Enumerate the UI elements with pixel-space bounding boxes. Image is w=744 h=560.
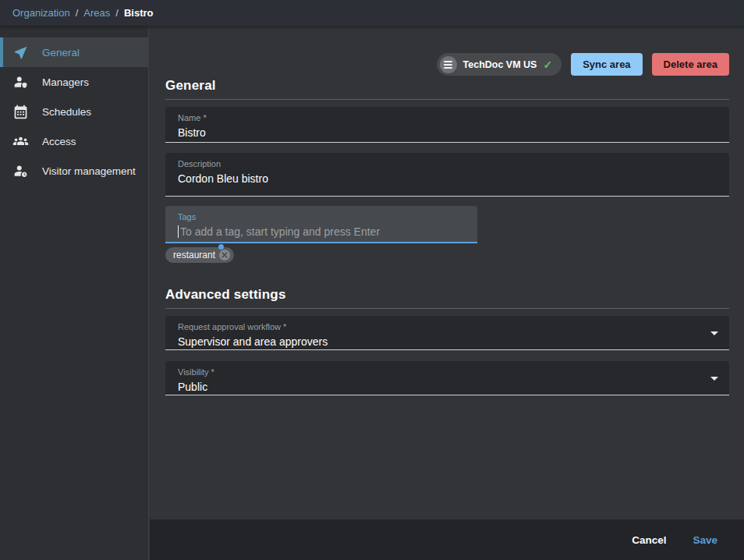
- name-field-value[interactable]: Bistro: [178, 125, 717, 140]
- vm-name: TechDoc VM US: [463, 59, 537, 70]
- section-title-general: General: [165, 78, 729, 94]
- text-cursor: [178, 225, 179, 238]
- sidebar-item-schedules[interactable]: Schedules: [0, 97, 148, 126]
- tags-chip-row: restaurant: [165, 247, 729, 264]
- focus-indicator-dot: [218, 244, 224, 250]
- sidebar-item-access[interactable]: Access: [0, 126, 148, 156]
- breadcrumb-organization[interactable]: Organization: [12, 7, 70, 19]
- delete-area-button[interactable]: Delete area: [652, 53, 729, 76]
- name-field[interactable]: Name * Bistro: [165, 107, 729, 143]
- person-shield-icon: [12, 74, 29, 90]
- cancel-button[interactable]: Cancel: [624, 530, 674, 551]
- sidebar-item-visitor-management[interactable]: Visitor management: [0, 156, 148, 186]
- sidebar-item-label: Visitor management: [42, 165, 136, 177]
- tags-field[interactable]: Tags To add a tag, start typing and pres…: [165, 206, 477, 243]
- person-clock-icon: [12, 163, 29, 179]
- sidebar-item-label: Access: [42, 136, 76, 147]
- remove-tag-icon[interactable]: [219, 250, 230, 261]
- visibility-select[interactable]: Visibility * Public: [165, 361, 729, 395]
- sidebar-nav: General Managers Schedules Access: [0, 26, 149, 560]
- vm-status-chip[interactable]: TechDoc VM US ✓: [437, 53, 562, 76]
- sidebar-item-label: General: [42, 47, 80, 58]
- sidebar-item-managers[interactable]: Managers: [0, 67, 148, 97]
- check-icon: ✓: [543, 58, 552, 71]
- server-list-icon: [440, 56, 457, 73]
- breadcrumb-areas[interactable]: Areas: [83, 7, 110, 19]
- tag-chip-label: restaurant: [173, 250, 215, 261]
- name-field-label: Name *: [178, 112, 717, 123]
- form-action-bar: Cancel Save: [150, 519, 744, 560]
- sync-area-button[interactable]: Sync area: [571, 53, 642, 76]
- visibility-select-label: Visibility *: [178, 367, 717, 377]
- visibility-select-value: Public: [178, 379, 717, 395]
- tags-field-label: Tags: [178, 211, 465, 222]
- description-field[interactable]: Description Cordon Bleu bistro: [165, 153, 729, 197]
- area-toolbar: TechDoc VM US ✓ Sync area Delete area: [150, 26, 744, 76]
- sidebar-item-general[interactable]: General: [0, 37, 148, 67]
- sidebar-item-label: Schedules: [42, 106, 91, 118]
- breadcrumb-separator: /: [76, 7, 79, 19]
- section-divider: [165, 99, 729, 100]
- tag-chip-restaurant[interactable]: restaurant: [165, 247, 234, 263]
- breadcrumb: Organization / Areas / Bistro: [0, 0, 744, 26]
- main-panel: TechDoc VM US ✓ Sync area Delete area Ge…: [150, 26, 744, 519]
- section-title-advanced: Advanced settings: [165, 287, 729, 303]
- area-form: General Name * Bistro Description Cordon…: [150, 78, 744, 395]
- people-group-icon: [12, 133, 29, 150]
- section-divider: [165, 308, 729, 309]
- tags-input-placeholder[interactable]: To add a tag, start typing and press Ent…: [180, 224, 380, 239]
- navigation-arrow-icon: [12, 44, 29, 61]
- dropdown-caret-icon: [710, 377, 718, 381]
- workflow-select-label: Request approval workflow *: [178, 321, 717, 332]
- breadcrumb-current-bistro: Bistro: [124, 7, 154, 19]
- calendar-icon: [12, 104, 29, 120]
- workflow-select-value: Supervisor and area approvers: [178, 334, 717, 349]
- description-field-label: Description: [178, 158, 717, 169]
- breadcrumb-separator: /: [115, 7, 119, 19]
- request-approval-workflow-select[interactable]: Request approval workflow * Supervisor a…: [165, 316, 729, 350]
- sidebar-item-label: Managers: [42, 76, 89, 88]
- save-button[interactable]: Save: [685, 530, 725, 551]
- dropdown-caret-icon: [710, 331, 718, 335]
- description-field-value[interactable]: Cordon Bleu bistro: [178, 171, 717, 186]
